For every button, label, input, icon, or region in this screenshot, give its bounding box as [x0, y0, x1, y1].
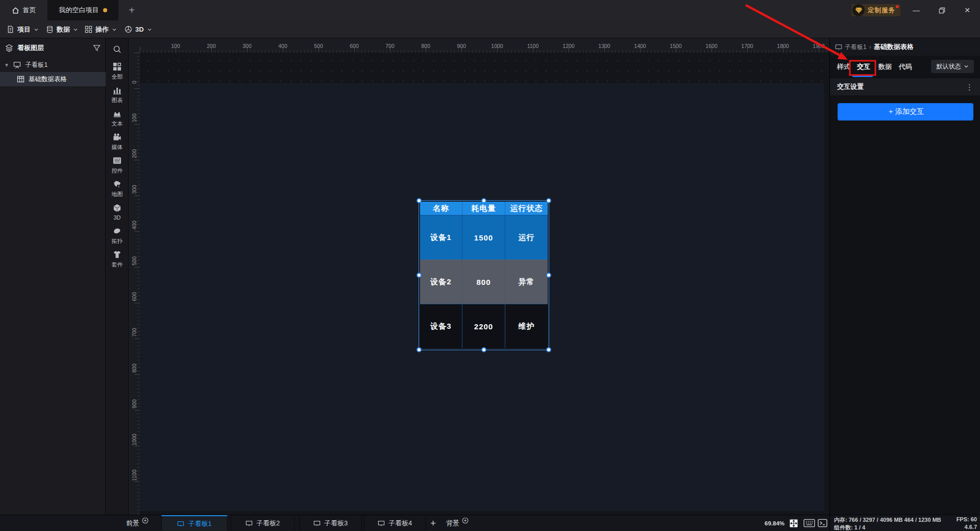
tab-project-label: 我的空白项目: [59, 6, 99, 15]
ruler-label: 800: [131, 364, 137, 373]
tab-home[interactable]: 首页: [0, 0, 47, 20]
keyboard-shortcuts-icon[interactable]: [803, 519, 815, 527]
menu-data[interactable]: 数据: [46, 20, 78, 38]
state-dropdown[interactable]: 默认状态: [931, 60, 974, 73]
toolstrip-item-charts[interactable]: 图表: [106, 83, 129, 106]
resize-handle-top-left[interactable]: [416, 198, 422, 203]
foreground-label[interactable]: 前景: [126, 515, 139, 531]
resize-handle-middle-left[interactable]: [416, 273, 422, 278]
ruler-label: 1500: [670, 43, 681, 49]
toolstrip-item-all[interactable]: 全部: [106, 59, 129, 83]
resize-handle-bottom-left[interactable]: [416, 347, 422, 352]
toolstrip-item-widgets[interactable]: 控件: [106, 153, 129, 177]
toolstrip-label: 3D: [113, 214, 120, 221]
ruler-label: 600: [350, 43, 359, 49]
all-widgets-icon: [112, 62, 122, 71]
canvas-area[interactable]: 1002003004005006007008009001000110012001…: [129, 38, 829, 515]
toolstrip-item-media[interactable]: 媒体: [106, 130, 129, 153]
add-interaction-label: 添加交互: [895, 107, 924, 116]
board-tab-4[interactable]: 子看板4: [364, 515, 426, 531]
status-row-components: 组件数: 1 / 4 4.6.7: [834, 524, 977, 531]
fit-screen-icon[interactable]: [789, 519, 798, 528]
kebab-menu-icon[interactable]: ⋮: [966, 83, 973, 91]
board-icon: [13, 61, 21, 68]
caret-down-icon[interactable]: ▼: [4, 62, 9, 68]
tree-item-board[interactable]: ▼ 子看板1: [0, 58, 106, 72]
table-cell: 设备2: [420, 259, 462, 304]
resize-handle-bottom-middle[interactable]: [481, 347, 486, 352]
breadcrumb-parent[interactable]: 子看板1: [845, 43, 867, 52]
minimize-button[interactable]: —: [904, 0, 928, 20]
map-icon: [112, 179, 122, 189]
board-tab-1[interactable]: 子看板1: [161, 515, 228, 531]
properties-panel: 子看板1 › 基础数据表格 样式 交互 数据 代码 默认状态 交互设置 ⋮ ＋ …: [829, 38, 980, 515]
memory-stat: 内存: 766 / 3297 / 4096 MB 464 / 1230 MB: [834, 516, 941, 524]
toolstrip-label: 套件: [112, 261, 123, 269]
toolstrip-item-suite[interactable]: 套件: [106, 247, 129, 271]
tree-item-table[interactable]: 基础数据表格: [0, 72, 106, 86]
table-row: 设备1 1500 运行: [420, 215, 548, 259]
toolstrip-item-text[interactable]: 文本: [106, 106, 129, 130]
ruler-label: 1000: [491, 43, 503, 49]
grid-icon: [85, 26, 92, 33]
menubar: 项目 数据 操作 3D 发布 云托管 预览: [0, 20, 980, 38]
menu-3d[interactable]: 3D: [125, 20, 152, 38]
tab-interaction[interactable]: 交互: [857, 56, 870, 78]
vip-badge-label: 定制服务: [868, 6, 895, 15]
toolstrip-item-topology[interactable]: 拓扑: [106, 224, 129, 247]
board-tab-label: 子看板3: [324, 519, 348, 528]
background-label[interactable]: 背景: [446, 515, 459, 531]
resize-handle-top-right[interactable]: [546, 198, 551, 203]
maximize-button[interactable]: [930, 0, 953, 20]
data-table-widget[interactable]: 名称 耗电量 运行状态 设备1 1500 运行 设备2 800 异常 设备3 2…: [420, 202, 548, 348]
tree-item-board-label: 子看板1: [25, 61, 47, 69]
app-window: 首页 我的空白项目 + 定制服务 — ✕ 项目 数据: [0, 0, 980, 531]
table-cell: 800: [462, 259, 505, 304]
board-tab-2[interactable]: 子看板2: [231, 515, 295, 531]
toolstrip-label: 拓扑: [112, 237, 123, 245]
ruler-label: 1000: [131, 433, 137, 445]
table-cell: 设备3: [420, 304, 462, 348]
tab-project[interactable]: 我的空白项目: [47, 0, 118, 20]
tab-home-label: 首页: [23, 6, 36, 15]
search-button[interactable]: [106, 41, 129, 57]
resize-handle-bottom-right[interactable]: [546, 347, 551, 352]
filter-icon[interactable]: [93, 44, 101, 52]
zoom-level[interactable]: 69.84%: [765, 515, 785, 531]
interaction-settings-section: 交互设置 ⋮: [830, 78, 980, 96]
home-icon: [12, 7, 19, 14]
board-tab-label: 子看板4: [388, 519, 412, 528]
add-interaction-button[interactable]: ＋ 添加交互: [838, 103, 973, 120]
ruler-label: 1600: [705, 43, 717, 49]
close-button[interactable]: ✕: [955, 0, 979, 20]
console-icon[interactable]: [818, 519, 827, 527]
menu-project[interactable]: 项目: [7, 20, 39, 38]
add-foreground-icon[interactable]: [142, 517, 149, 524]
breadcrumb-separator: ›: [869, 43, 871, 51]
tab-code[interactable]: 代码: [899, 56, 912, 78]
horizontal-ruler: 1002003004005006007008009001000110012001…: [140, 38, 829, 53]
add-board-button[interactable]: +: [430, 515, 436, 531]
board-tab-3[interactable]: 子看板3: [299, 515, 362, 531]
board-tab-label: 子看板2: [256, 519, 280, 528]
ruler-label: 900: [131, 399, 137, 408]
ruler-label: 800: [421, 43, 430, 49]
add-background-icon[interactable]: [462, 517, 469, 524]
resize-handle-top-middle[interactable]: [481, 198, 486, 203]
toolstrip-item-map[interactable]: 地图: [106, 177, 129, 200]
minimize-icon: —: [913, 6, 920, 14]
document-icon: [7, 26, 14, 33]
toolstrip-item-3d[interactable]: 3D: [106, 200, 129, 224]
canvas-content[interactable]: 名称 耗电量 运行状态 设备1 1500 运行 设备2 800 异常 设备3 2…: [140, 53, 829, 515]
chevron-down-icon: [34, 27, 39, 32]
menu-operations[interactable]: 操作: [85, 20, 117, 38]
tab-style[interactable]: 样式: [837, 56, 850, 78]
bottombar: 前景 子看板1 子看板2 子看板3 子看板4 + 背景 69.84%: [0, 515, 829, 531]
vip-service-badge[interactable]: 定制服务: [851, 4, 900, 16]
table-cell: 运行: [505, 215, 548, 259]
ruler-label: 1900: [813, 43, 824, 49]
new-tab-button[interactable]: +: [124, 0, 139, 20]
resize-handle-middle-right[interactable]: [546, 273, 551, 278]
tab-data[interactable]: 数据: [878, 56, 892, 78]
fps-label: FPS:: [957, 516, 969, 522]
